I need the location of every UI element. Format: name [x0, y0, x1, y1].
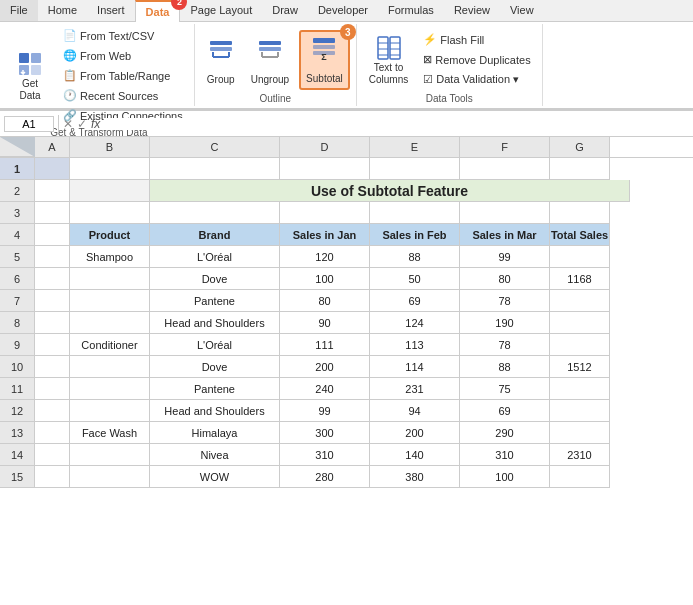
cell-b8[interactable]: [70, 312, 150, 334]
cell-b1[interactable]: [70, 158, 150, 180]
col-header-a[interactable]: A: [35, 137, 70, 157]
cell-d8[interactable]: 90: [280, 312, 370, 334]
cell-b2[interactable]: [70, 180, 150, 202]
cell-f4-mar[interactable]: Sales in Mar: [460, 224, 550, 246]
row-header-5[interactable]: 5: [0, 246, 35, 268]
cell-b12[interactable]: [70, 400, 150, 422]
cell-e14[interactable]: 140: [370, 444, 460, 466]
cell-a6[interactable]: [35, 268, 70, 290]
row-header-9[interactable]: 9: [0, 334, 35, 356]
cell-c11[interactable]: Pantene: [150, 378, 280, 400]
cell-a1[interactable]: [35, 158, 70, 180]
flash-fill-button[interactable]: ⚡ Flash Fill: [418, 30, 535, 49]
cell-b14[interactable]: [70, 444, 150, 466]
corner-cell[interactable]: [0, 137, 35, 157]
cell-f3[interactable]: [460, 202, 550, 224]
text-to-columns-button[interactable]: Text toColumns: [363, 30, 414, 90]
cell-d13[interactable]: 300: [280, 422, 370, 444]
col-header-c[interactable]: C: [150, 137, 280, 157]
tab-view[interactable]: View: [500, 0, 544, 21]
ungroup-button[interactable]: Ungroup: [245, 30, 295, 90]
confirm-formula-icon[interactable]: ✓: [77, 117, 87, 131]
insert-function-icon[interactable]: fx: [91, 117, 100, 131]
cell-g5[interactable]: [550, 246, 610, 268]
cell-b6[interactable]: [70, 268, 150, 290]
cell-c13[interactable]: Himalaya: [150, 422, 280, 444]
cell-a2[interactable]: [35, 180, 70, 202]
cell-e13[interactable]: 200: [370, 422, 460, 444]
cell-e9[interactable]: 113: [370, 334, 460, 356]
cell-d11[interactable]: 240: [280, 378, 370, 400]
cell-g4-total[interactable]: Total Sales: [550, 224, 610, 246]
cell-d3[interactable]: [280, 202, 370, 224]
cell-b9[interactable]: Conditioner: [70, 334, 150, 356]
from-web-button[interactable]: 🌐 From Web: [58, 46, 188, 65]
row-header-4[interactable]: 4: [0, 224, 35, 246]
cancel-formula-icon[interactable]: ✕: [63, 117, 73, 131]
cell-b3[interactable]: [70, 202, 150, 224]
tab-insert[interactable]: Insert: [87, 0, 135, 21]
cell-f11[interactable]: 75: [460, 378, 550, 400]
cell-b7[interactable]: [70, 290, 150, 312]
col-header-e[interactable]: E: [370, 137, 460, 157]
cell-e15[interactable]: 380: [370, 466, 460, 488]
cell-c12[interactable]: Head and Shoulders: [150, 400, 280, 422]
cell-g11[interactable]: [550, 378, 610, 400]
row-header-14[interactable]: 14: [0, 444, 35, 466]
cell-f15[interactable]: 100: [460, 466, 550, 488]
row-header-12[interactable]: 12: [0, 400, 35, 422]
cell-f10[interactable]: 88: [460, 356, 550, 378]
cell-f1[interactable]: [460, 158, 550, 180]
cell-c9[interactable]: L'Oréal: [150, 334, 280, 356]
tab-page-layout[interactable]: Page Layout: [180, 0, 262, 21]
cell-c7[interactable]: Pantene: [150, 290, 280, 312]
cell-c3[interactable]: [150, 202, 280, 224]
cell-f6[interactable]: 80: [460, 268, 550, 290]
cell-a10[interactable]: [35, 356, 70, 378]
tab-developer[interactable]: Developer: [308, 0, 378, 21]
cell-a11[interactable]: [35, 378, 70, 400]
cell-c1[interactable]: [150, 158, 280, 180]
cell-b13[interactable]: Face Wash: [70, 422, 150, 444]
cell-e3[interactable]: [370, 202, 460, 224]
cell-g8[interactable]: [550, 312, 610, 334]
cell-a14[interactable]: [35, 444, 70, 466]
cell-a4[interactable]: [35, 224, 70, 246]
col-header-f[interactable]: F: [460, 137, 550, 157]
cell-a8[interactable]: [35, 312, 70, 334]
cell-b5[interactable]: Shampoo: [70, 246, 150, 268]
cell-d15[interactable]: 280: [280, 466, 370, 488]
group-button[interactable]: Group: [201, 30, 241, 90]
cell-e8[interactable]: 124: [370, 312, 460, 334]
cell-e1[interactable]: [370, 158, 460, 180]
row-header-1[interactable]: 1: [0, 158, 35, 180]
cell-c15[interactable]: WOW: [150, 466, 280, 488]
cell-g7[interactable]: [550, 290, 610, 312]
cell-g14[interactable]: 2310: [550, 444, 610, 466]
cell-b4-product[interactable]: Product: [70, 224, 150, 246]
cell-d10[interactable]: 200: [280, 356, 370, 378]
tab-home[interactable]: Home: [38, 0, 87, 21]
cell-a7[interactable]: [35, 290, 70, 312]
cell-f14[interactable]: 310: [460, 444, 550, 466]
cell-a15[interactable]: [35, 466, 70, 488]
cell-g15[interactable]: [550, 466, 610, 488]
tab-data[interactable]: Data 2: [135, 0, 181, 22]
cell-c5[interactable]: L'Oréal: [150, 246, 280, 268]
cell-e6[interactable]: 50: [370, 268, 460, 290]
cell-g9[interactable]: [550, 334, 610, 356]
cell-f8[interactable]: 190: [460, 312, 550, 334]
cell-c6[interactable]: Dove: [150, 268, 280, 290]
cell-e10[interactable]: 114: [370, 356, 460, 378]
cell-g1[interactable]: [550, 158, 610, 180]
cell-reference-input[interactable]: [4, 116, 54, 132]
cell-a12[interactable]: [35, 400, 70, 422]
recent-sources-button[interactable]: 🕐 Recent Sources: [58, 86, 188, 105]
cell-c14[interactable]: Nivea: [150, 444, 280, 466]
cell-a9[interactable]: [35, 334, 70, 356]
get-data-button[interactable]: GetData: [10, 46, 50, 106]
cell-f5[interactable]: 99: [460, 246, 550, 268]
cell-f7[interactable]: 78: [460, 290, 550, 312]
col-header-b[interactable]: B: [70, 137, 150, 157]
cell-g6[interactable]: 1168: [550, 268, 610, 290]
